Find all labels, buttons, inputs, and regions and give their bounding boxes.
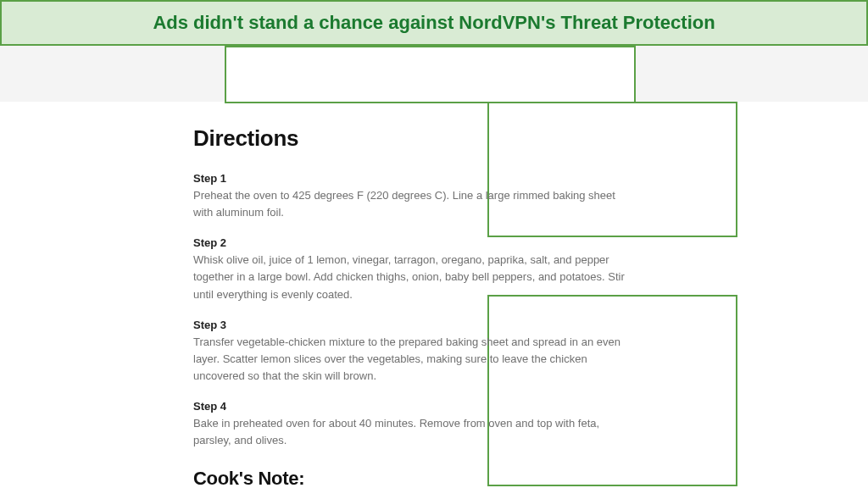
- step-text: Whisk olive oil, juice of 1 lemon, vineg…: [193, 252, 634, 302]
- step-label: Step 4: [193, 400, 641, 413]
- step-label: Step 3: [193, 319, 641, 331]
- cooks-note-heading: Cook's Note:: [193, 468, 641, 488]
- directions-heading: Directions: [193, 125, 641, 152]
- page-toolbar: [0, 46, 868, 102]
- step-text: Transfer vegetable-chicken mixture to th…: [193, 334, 634, 385]
- step-text: Preheat the oven to 425 degrees F (220 d…: [193, 187, 634, 221]
- direction-step: Step 2 Whisk olive oil, juice of 1 lemon…: [193, 236, 641, 302]
- ad-placeholder-top: [225, 46, 636, 103]
- direction-step: Step 4 Bake in preheated oven for about …: [193, 400, 641, 449]
- direction-step: Step 1 Preheat the oven to 425 degrees F…: [193, 172, 641, 221]
- article-main: Directions Step 1 Preheat the oven to 42…: [193, 125, 641, 488]
- content-area: Directions Step 1 Preheat the oven to 42…: [0, 102, 868, 488]
- direction-step: Step 3 Transfer vegetable-chicken mixtur…: [193, 319, 641, 385]
- annotation-headline: Ads didn't stand a chance against NordVP…: [153, 12, 715, 33]
- step-label: Step 1: [193, 172, 641, 185]
- step-label: Step 2: [193, 236, 641, 249]
- annotation-banner: Ads didn't stand a chance against NordVP…: [0, 0, 868, 46]
- step-text: Bake in preheated oven for about 40 minu…: [193, 415, 634, 449]
